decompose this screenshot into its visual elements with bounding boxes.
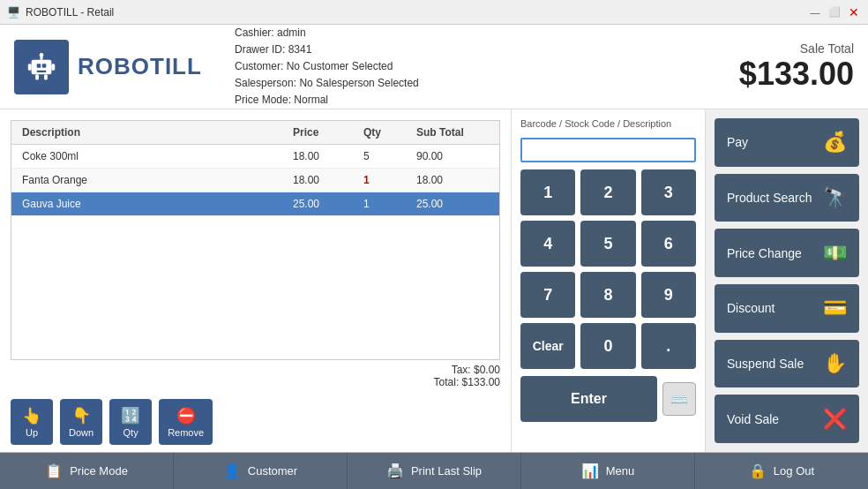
footer: 📋 Price Mode 👤 Customer 🖨️ Print Last Sl… [0, 452, 868, 489]
table-footer: Tax: $0.00 Total: $133.00 [0, 360, 511, 392]
print-last-slip-button[interactable]: 🖨️ Print Last Slip [348, 453, 521, 489]
pay-icon: 💰 [823, 131, 847, 154]
keyboard-button[interactable]: ⌨️ [662, 382, 696, 416]
svg-rect-6 [28, 64, 32, 71]
tax-amount: Tax: $0.00 [11, 364, 500, 376]
remove-label: Remove [168, 427, 204, 438]
clear-button[interactable]: Clear [520, 323, 575, 369]
window-controls[interactable]: — ⬜ ✕ [808, 5, 861, 19]
up-icon: 👆 [22, 406, 41, 425]
col-description: Description [19, 124, 289, 140]
price-change-button[interactable]: Price Change 💵 [715, 229, 859, 277]
svg-rect-7 [51, 64, 55, 71]
product-search-icon: 🔭 [823, 186, 847, 209]
num-1-button[interactable]: 1 [520, 169, 575, 215]
num-0-button[interactable]: 0 [580, 323, 635, 369]
menu-label: Menu [606, 464, 635, 478]
sale-total-amount: $133.00 [739, 56, 854, 93]
close-button[interactable]: ✕ [847, 5, 861, 19]
suspend-sale-button[interactable]: Suspend Sale ✋ [715, 340, 859, 388]
logo-area: ROBOTILL [14, 40, 226, 94]
void-sale-label: Void Sale [727, 412, 779, 426]
menu-footer-button[interactable]: 📊 Menu [521, 453, 695, 489]
customer-info: Customer: No Customer Selected [235, 58, 739, 75]
num-6-button[interactable]: 6 [641, 221, 696, 267]
void-sale-button[interactable]: Void Sale ❌ [715, 395, 859, 443]
drawer-info: Drawer ID: 8341 [235, 41, 739, 58]
pay-label: Pay [727, 135, 748, 149]
remove-icon: ⛔ [176, 406, 196, 425]
num-5-button[interactable]: 5 [580, 221, 635, 267]
discount-icon: 💳 [823, 297, 847, 320]
title-bar: 🖥️ ROBOTILL - Retail — ⬜ ✕ [0, 0, 868, 25]
maximize-button[interactable]: ⬜ [827, 5, 842, 19]
svg-rect-2 [42, 64, 47, 68]
svg-rect-8 [35, 74, 39, 79]
row-description: Gauva Juice [19, 196, 289, 212]
numpad-panel: Barcode / Stock Code / Description 1 2 3… [512, 109, 706, 452]
menu-icon: 📊 [581, 463, 599, 479]
numpad: 1 2 3 4 5 6 7 8 9 Clear 0 . [520, 169, 696, 369]
discount-button[interactable]: Discount 💳 [715, 284, 859, 333]
down-button[interactable]: 👇 Down [60, 399, 102, 445]
enter-button[interactable]: Enter [520, 376, 657, 422]
num-9-button[interactable]: 9 [641, 272, 696, 318]
table-row[interactable]: Gauva Juice 25.00 1 25.00 [11, 192, 499, 216]
num-7-button[interactable]: 7 [520, 272, 575, 318]
svg-rect-9 [44, 74, 48, 79]
row-qty: 1 [360, 172, 413, 188]
remove-button[interactable]: ⛔ Remove [159, 399, 213, 445]
table-header: Description Price Qty Sub Total [11, 121, 499, 145]
row-qty: 1 [360, 196, 413, 212]
col-subtotal: Sub Total [413, 124, 492, 140]
logo-text: ROBOTILL [78, 53, 202, 80]
customer-footer-button[interactable]: 👤 Customer [174, 453, 348, 489]
num-4-button[interactable]: 4 [520, 221, 575, 267]
price-mode-icon: 📋 [45, 463, 63, 479]
num-2-button[interactable]: 2 [580, 169, 635, 215]
barcode-label: Barcode / Stock Code / Description [520, 118, 696, 129]
qty-button[interactable]: 🔢 Qty [109, 399, 152, 445]
keyboard-icon: ⌨️ [670, 391, 688, 408]
row-qty: 5 [360, 148, 413, 164]
customer-icon: 👤 [223, 463, 241, 479]
svg-point-5 [40, 53, 44, 57]
table-row[interactable]: Coke 300ml 18.00 5 90.00 [11, 145, 499, 169]
num-3-button[interactable]: 3 [641, 169, 696, 215]
row-subtotal: 25.00 [413, 196, 492, 212]
up-button[interactable]: 👆 Up [11, 399, 53, 445]
log-out-button[interactable]: 🔒 Log Out [695, 453, 868, 489]
suspend-sale-label: Suspend Sale [727, 357, 804, 371]
qty-icon: 🔢 [121, 406, 140, 425]
minimize-button[interactable]: — [808, 5, 822, 19]
col-qty: Qty [360, 124, 413, 140]
row-price: 18.00 [289, 148, 360, 164]
enter-row: Enter ⌨️ [520, 376, 696, 422]
info-area: Cashier: admin Drawer ID: 8341 Customer:… [226, 25, 739, 109]
decimal-button[interactable]: . [641, 323, 696, 369]
product-search-label: Product Search [727, 191, 812, 205]
title-bar-title: 🖥️ ROBOTILL - Retail [7, 6, 114, 19]
price-mode-label: Price Mode [70, 464, 128, 478]
qty-label: Qty [123, 427, 138, 438]
pay-button[interactable]: Pay 💰 [715, 118, 859, 167]
up-label: Up [26, 427, 38, 438]
print-icon: 🖨️ [386, 463, 404, 479]
barcode-input[interactable] [520, 138, 696, 162]
row-subtotal: 90.00 [413, 148, 492, 164]
price-mode-info: Price Mode: Normal [235, 92, 739, 109]
row-subtotal: 18.00 [413, 172, 492, 188]
suspend-icon: ✋ [823, 352, 847, 375]
row-description: Fanta Orange [19, 172, 289, 188]
num-8-button[interactable]: 8 [580, 272, 635, 318]
price-change-label: Price Change [727, 246, 802, 260]
sale-total-label: Sale Total [739, 41, 854, 56]
table-row[interactable]: Fanta Orange 18.00 1 18.00 [11, 169, 499, 192]
product-search-button[interactable]: Product Search 🔭 [715, 174, 859, 222]
app-icon: 🖥️ [7, 6, 20, 19]
svg-rect-3 [37, 70, 47, 71]
sale-total-area: Sale Total $133.00 [739, 41, 854, 93]
down-icon: 👇 [71, 406, 91, 425]
price-change-icon: 💵 [823, 242, 847, 265]
price-mode-footer-button[interactable]: 📋 Price Mode [0, 453, 174, 489]
